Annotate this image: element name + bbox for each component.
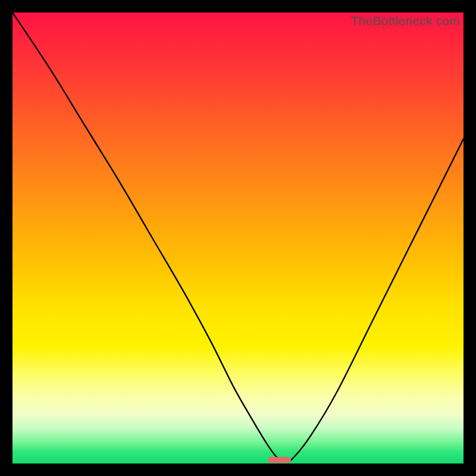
- watermark-text: TheBottleneck.com: [351, 14, 460, 28]
- chart-plot-area: TheBottleneck.com: [12, 12, 464, 464]
- minimum-marker: [268, 457, 291, 464]
- chart-frame: TheBottleneck.com: [0, 0, 476, 476]
- bottleneck-curve: [12, 12, 464, 464]
- curve-path: [12, 12, 464, 462]
